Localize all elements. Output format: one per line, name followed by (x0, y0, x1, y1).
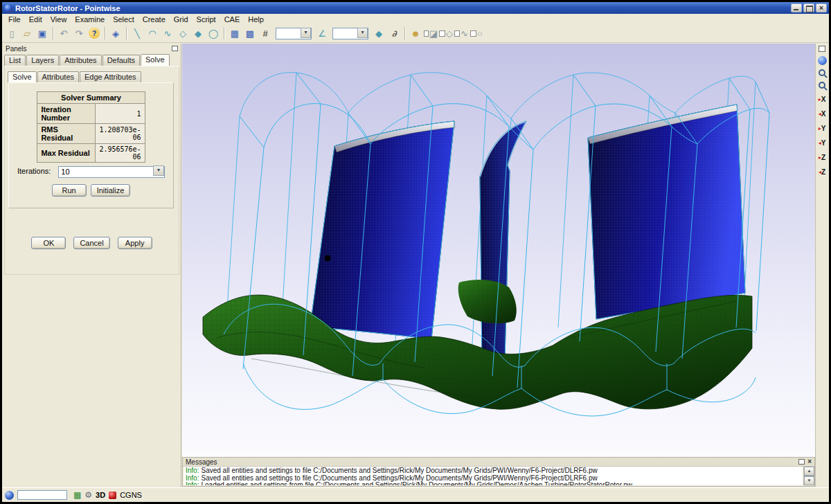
circle-tool-icon[interactable]: ◯ (206, 26, 220, 40)
toggle-domains-icon[interactable]: ◇ (439, 26, 453, 40)
messages-title: Messages (186, 458, 217, 466)
undo-icon[interactable]: ↶ (57, 26, 71, 40)
blade-middle[interactable] (480, 121, 526, 363)
solve-subtabs: Solve Attributes Edge Attributes (5, 66, 179, 82)
rotate-view-icon[interactable] (818, 56, 827, 65)
menu-edit[interactable]: Edit (25, 15, 46, 24)
status-input[interactable] (17, 490, 67, 500)
minimize-button[interactable] (791, 3, 802, 12)
view-plus-x-button[interactable]: ▸X (816, 94, 828, 105)
ok-button[interactable]: OK (31, 237, 66, 249)
angle-combo-input[interactable] (332, 28, 368, 39)
unstructured-grid-icon[interactable]: ▩ (243, 26, 257, 40)
solve-subpage: Solver Summary Iteration Number 1 RMS Re… (8, 82, 174, 208)
scroll-up-icon[interactable]: ▲ (804, 467, 814, 476)
dock-page-icon[interactable] (819, 46, 825, 52)
apply-button[interactable]: Apply (118, 237, 152, 249)
initialize-button[interactable]: Initialize (91, 184, 131, 197)
messages-close-icon[interactable]: × (807, 459, 812, 465)
subtab-edge-attributes[interactable]: Edge Attributes (80, 71, 141, 82)
spacing-icon[interactable]: ◆ (372, 26, 386, 40)
toggle-points-icon[interactable]: ○ (470, 26, 483, 40)
iterations-label: Iterations: (17, 167, 51, 175)
menu-script[interactable]: Script (193, 15, 220, 24)
3d-scene[interactable] (182, 44, 818, 457)
surface-tool-icon[interactable]: ◆ (191, 26, 205, 40)
toolbar: ▯ ▱ ▣ ↶ ↷ ? ◈ ╲ ◠ ∿ ◇ ◆ ◯ ▦ ▩ # ∠ ◆ ∂ ☻ … (2, 24, 829, 43)
zoom-in-icon[interactable] (819, 69, 825, 76)
panels-title: Panels (6, 45, 27, 53)
main-window: RotorStatorRotor - Pointwise File Edit V… (2, 2, 829, 502)
messages-panel: Messages × Info:Saved all entities and s… (182, 457, 815, 487)
curve-tool-icon[interactable]: ∿ (161, 26, 175, 40)
blade-left[interactable] (310, 121, 455, 339)
view-plus-z-button[interactable]: ▸Z (816, 152, 828, 163)
view-plus-y-button[interactable]: ▸Y (816, 123, 828, 134)
menu-file[interactable]: File (4, 15, 25, 24)
menu-create[interactable]: Create (138, 15, 170, 24)
selected-point-marker[interactable] (325, 255, 331, 262)
titlebar[interactable]: RotorStatorRotor - Pointwise (2, 2, 829, 14)
redo-icon[interactable]: ↷ (72, 26, 86, 40)
toggle-surfaces-icon[interactable]: ◪ (424, 26, 438, 40)
help-icon[interactable]: ? (89, 28, 100, 39)
menu-grid[interactable]: Grid (170, 15, 193, 24)
line-tool-icon[interactable]: ╲ (130, 26, 144, 40)
menu-examine[interactable]: Examine (71, 15, 109, 24)
angle-icon[interactable]: ∠ (315, 26, 329, 40)
probe-tool-icon[interactable]: ◈ (109, 26, 123, 40)
toolbar-separator (53, 27, 53, 39)
blade-right[interactable] (588, 105, 745, 319)
mask-icon[interactable]: ☻ (409, 26, 422, 40)
iterations-combo[interactable] (58, 165, 165, 178)
panels-panel: Panels List Layers Attributes Defaults S… (3, 44, 181, 487)
3d-viewport[interactable] (182, 44, 818, 457)
panel-float-icon[interactable] (172, 46, 178, 51)
tab-attributes[interactable]: Attributes (60, 55, 101, 66)
messages-scrollbar[interactable]: ▲ ▼ (803, 467, 814, 485)
run-button[interactable]: Run (52, 184, 87, 197)
messages-float-icon[interactable] (798, 459, 805, 465)
status-sphere-icon (5, 491, 14, 500)
view-minus-x-button[interactable]: ◂X (816, 109, 828, 119)
solver-summary-title: Solver Summary (37, 92, 145, 104)
iterations-input[interactable] (58, 166, 165, 178)
grid-status-icon[interactable]: ▦ (73, 490, 81, 500)
scroll-down-icon[interactable]: ▼ (804, 476, 814, 485)
new-file-icon[interactable]: ▯ (5, 26, 19, 40)
tab-list[interactable]: List (4, 55, 26, 66)
zoom-out-icon[interactable] (819, 82, 825, 89)
diamond-tool-icon[interactable]: ◇ (176, 26, 190, 40)
menu-cae[interactable]: CAE (220, 15, 244, 24)
dimension-label[interactable]: 3D (96, 491, 105, 499)
subtab-attributes[interactable]: Attributes (37, 71, 79, 82)
view-toolbar: ▸X ◂X ▸Y ◂Y ▸Z ◂Z (815, 44, 828, 487)
view-minus-z-button[interactable]: ◂Z (816, 167, 828, 177)
save-icon[interactable]: ▣ (35, 26, 49, 40)
dimension-icon[interactable]: # (258, 26, 272, 40)
toggle-connectors-icon[interactable]: ∿ (454, 26, 468, 40)
menu-select[interactable]: Select (109, 15, 138, 24)
dimension-combo[interactable] (276, 27, 312, 40)
menu-help[interactable]: Help (244, 15, 268, 24)
menu-view[interactable]: View (46, 15, 71, 24)
dimension-combo-input[interactable] (276, 28, 312, 39)
close-button[interactable] (816, 3, 827, 12)
maximize-button[interactable] (803, 3, 814, 12)
tab-defaults[interactable]: Defaults (102, 55, 140, 66)
structured-grid-icon[interactable]: ▦ (228, 26, 242, 40)
view-minus-y-button[interactable]: ◂Y (816, 138, 828, 148)
tab-solve[interactable]: Solve (141, 54, 170, 66)
gear-icon[interactable]: ⚙ (84, 490, 92, 500)
toolbar-separator (105, 27, 105, 39)
cancel-button[interactable]: Cancel (73, 237, 109, 249)
open-file-icon[interactable]: ▱ (20, 26, 34, 40)
partial-derivative-icon[interactable]: ∂ (387, 26, 401, 40)
angle-combo[interactable] (332, 27, 368, 40)
rms-residual-value: 1.208703e-06 (96, 124, 145, 144)
iteration-number-label: Iteration Number (37, 104, 96, 124)
arc-tool-icon[interactable]: ◠ (145, 26, 159, 40)
tab-layers[interactable]: Layers (26, 55, 59, 66)
solver-summary-table: Solver Summary Iteration Number 1 RMS Re… (37, 91, 145, 163)
subtab-solve[interactable]: Solve (8, 71, 37, 82)
